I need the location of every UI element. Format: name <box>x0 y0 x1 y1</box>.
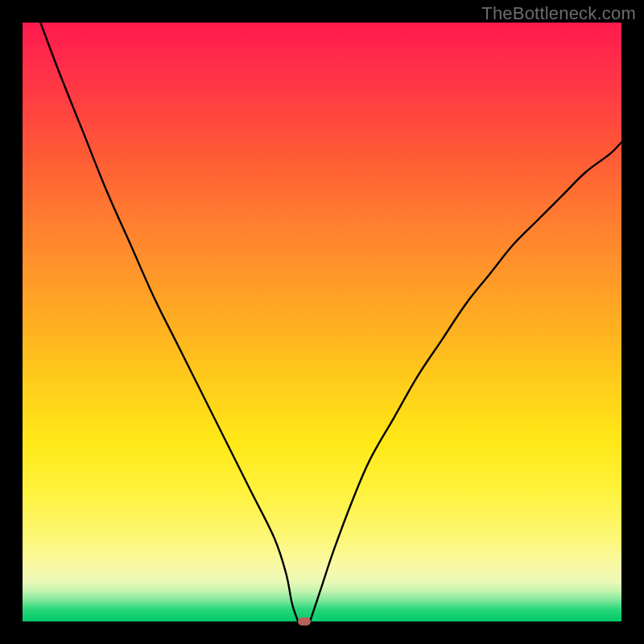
bottleneck-curve <box>23 23 621 621</box>
watermark-text: TheBottleneck.com <box>481 3 636 24</box>
curve-path <box>40 23 621 621</box>
plot-area <box>23 23 621 621</box>
outer-frame: TheBottleneck.com <box>0 0 644 644</box>
minimum-marker <box>298 617 311 625</box>
